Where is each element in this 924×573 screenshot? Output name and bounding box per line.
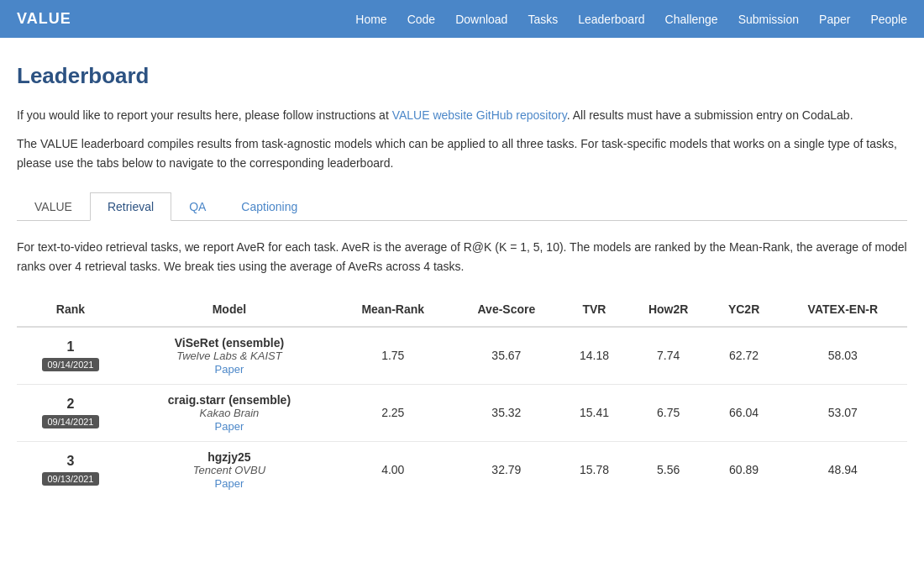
- nav-people[interactable]: People: [870, 13, 907, 26]
- site-brand: VALUE: [17, 10, 71, 28]
- paper-link[interactable]: Paper: [215, 420, 244, 433]
- paper-link[interactable]: Paper: [215, 363, 244, 376]
- yc2r-cell: 66.04: [710, 384, 779, 441]
- leaderboard-table: Rank Model Mean-Rank Ave-Score TVR How2R…: [17, 292, 907, 498]
- table-row: 2 09/14/2021 craig.starr (ensemble) Kaka…: [17, 384, 907, 441]
- desc1-pre: If you would like to report your results…: [17, 108, 392, 122]
- model-cell: ViSeRet (ensemble) Twelve Labs & KAIST P…: [124, 327, 334, 385]
- table-description: For text-to-video retrieval tasks, we re…: [17, 238, 907, 276]
- how2r-cell: 7.74: [627, 327, 710, 385]
- paper-link[interactable]: Paper: [215, 477, 244, 490]
- col-ave-score: Ave-Score: [452, 292, 562, 327]
- vatex-cell: 48.94: [779, 441, 907, 498]
- nav-links: Home Code Download Tasks Leaderboard Cha…: [355, 13, 907, 26]
- how2r-cell: 5.56: [627, 441, 710, 498]
- nav-code[interactable]: Code: [407, 13, 435, 26]
- ave-score-cell: 35.32: [452, 384, 562, 441]
- col-how2r: How2R: [627, 292, 710, 327]
- tab-qa[interactable]: QA: [171, 192, 223, 220]
- description-2: The VALUE leaderboard compiles results f…: [17, 134, 907, 172]
- nav-download[interactable]: Download: [455, 13, 507, 26]
- tab-bar: VALUE Retrieval QA Captioning: [17, 192, 907, 221]
- nav-paper[interactable]: Paper: [819, 13, 850, 26]
- github-link[interactable]: VALUE website GitHub repository: [392, 108, 567, 122]
- ave-score-cell: 35.67: [452, 327, 562, 385]
- col-tvr: TVR: [561, 292, 627, 327]
- mean-rank-cell: 2.25: [334, 384, 452, 441]
- tab-retrieval[interactable]: Retrieval: [90, 192, 171, 221]
- tvr-cell: 15.41: [561, 384, 627, 441]
- yc2r-cell: 62.72: [710, 327, 779, 385]
- ave-score-cell: 32.79: [452, 441, 562, 498]
- how2r-cell: 6.75: [627, 384, 710, 441]
- tab-value[interactable]: VALUE: [17, 192, 90, 220]
- description-1: If you would like to report your results…: [17, 106, 907, 124]
- navbar: VALUE Home Code Download Tasks Leaderboa…: [0, 0, 924, 38]
- tab-captioning[interactable]: Captioning: [223, 192, 315, 220]
- table-header-row: Rank Model Mean-Rank Ave-Score TVR How2R…: [17, 292, 907, 327]
- col-mean-rank: Mean-Rank: [334, 292, 452, 327]
- main-content: Leaderboard If you would like to report …: [0, 38, 924, 532]
- tvr-cell: 15.78: [561, 441, 627, 498]
- col-yc2r: YC2R: [710, 292, 779, 327]
- col-model: Model: [124, 292, 334, 327]
- nav-submission[interactable]: Submission: [738, 13, 799, 26]
- table-row: 1 09/14/2021 ViSeRet (ensemble) Twelve L…: [17, 327, 907, 385]
- mean-rank-cell: 1.75: [334, 327, 452, 385]
- nav-challenge[interactable]: Challenge: [665, 13, 718, 26]
- rank-cell: 2 09/14/2021: [17, 384, 124, 441]
- yc2r-cell: 60.89: [710, 441, 779, 498]
- col-vatex: VATEX-EN-R: [779, 292, 907, 327]
- nav-home[interactable]: Home: [355, 13, 386, 26]
- nav-tasks[interactable]: Tasks: [528, 13, 558, 26]
- tvr-cell: 14.18: [561, 327, 627, 385]
- model-cell: hgzjy25 Tencent OVBU Paper: [124, 441, 334, 498]
- table-row: 3 09/13/2021 hgzjy25 Tencent OVBU Paper …: [17, 441, 907, 498]
- nav-leaderboard[interactable]: Leaderboard: [578, 13, 644, 26]
- rank-cell: 1 09/14/2021: [17, 327, 124, 385]
- model-cell: craig.starr (ensemble) Kakao Brain Paper: [124, 384, 334, 441]
- vatex-cell: 58.03: [779, 327, 907, 385]
- rank-cell: 3 09/13/2021: [17, 441, 124, 498]
- mean-rank-cell: 4.00: [334, 441, 452, 498]
- col-rank: Rank: [17, 292, 124, 327]
- page-title: Leaderboard: [17, 63, 907, 89]
- vatex-cell: 53.07: [779, 384, 907, 441]
- desc1-post: . All results must have a submission ent…: [567, 108, 853, 122]
